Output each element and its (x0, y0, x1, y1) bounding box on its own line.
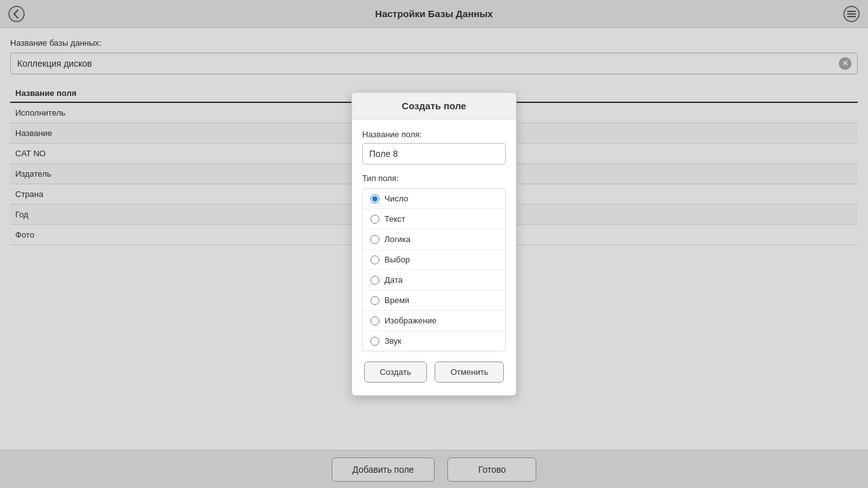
radio-label-number: Число (384, 194, 408, 203)
radio-item-number[interactable]: Число (363, 189, 505, 209)
radio-date[interactable] (370, 276, 379, 285)
radio-label-image: Изображение (384, 316, 437, 325)
dialog-body: Название поля: Тип поля: ЧислоТекстЛогик… (352, 119, 516, 351)
radio-label-logic: Логика (384, 234, 410, 244)
radio-number[interactable] (370, 194, 379, 203)
radio-sound[interactable] (370, 337, 379, 346)
dialog-footer: Создать Отменить (352, 362, 516, 383)
create-button[interactable]: Создать (364, 362, 427, 383)
field-type-label: Тип поля: (362, 173, 506, 183)
radio-item-sound[interactable]: Звук (363, 331, 505, 351)
radio-logic[interactable] (370, 235, 379, 244)
radio-label-text: Текст (384, 214, 405, 224)
radio-label-date: Дата (384, 275, 403, 285)
field-type-list: ЧислоТекстЛогикаВыборДатаВремяИзображени… (362, 188, 506, 351)
field-name-label: Название поля: (362, 130, 506, 139)
radio-item-logic[interactable]: Логика (363, 229, 505, 250)
field-name-input[interactable] (362, 143, 506, 165)
radio-choice[interactable] (370, 255, 379, 264)
dialog-title: Создать поле (352, 93, 516, 119)
radio-label-sound: Звук (384, 336, 402, 346)
radio-item-image[interactable]: Изображение (363, 311, 505, 331)
dialog-overlay: Создать поле Название поля: Тип поля: Чи… (0, 0, 868, 488)
radio-item-choice[interactable]: Выбор (363, 250, 505, 270)
radio-item-date[interactable]: Дата (363, 270, 505, 290)
radio-text[interactable] (370, 215, 379, 224)
radio-item-time[interactable]: Время (363, 290, 505, 311)
radio-item-text[interactable]: Текст (363, 209, 505, 229)
radio-label-time: Время (384, 295, 409, 305)
radio-time[interactable] (370, 296, 379, 305)
create-field-dialog: Создать поле Название поля: Тип поля: Чи… (351, 92, 517, 396)
radio-label-choice: Выбор (384, 255, 410, 264)
radio-image[interactable] (370, 316, 379, 325)
cancel-button[interactable]: Отменить (435, 362, 504, 383)
